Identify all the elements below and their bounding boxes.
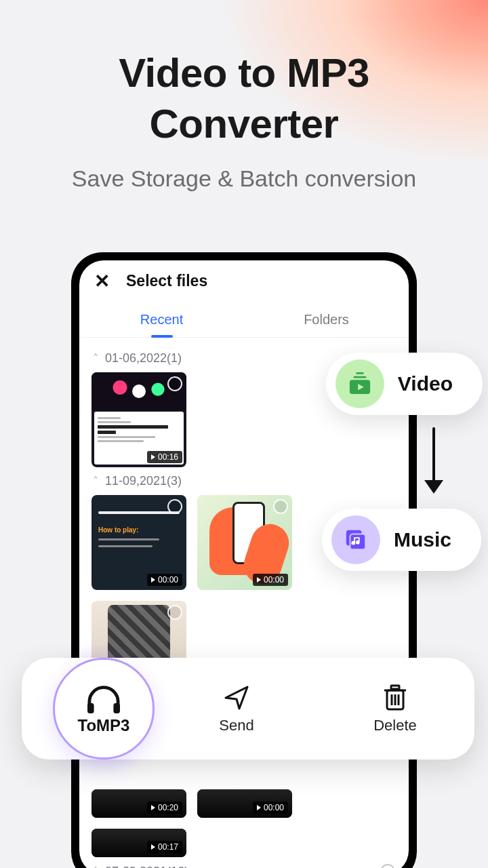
screen-title: Select files — [126, 272, 207, 290]
send-button[interactable]: Send — [157, 683, 316, 734]
play-icon — [151, 805, 155, 810]
pill-music: Music — [322, 509, 481, 571]
duration: 00:00 — [264, 575, 284, 585]
pill-music-label: Music — [394, 528, 451, 551]
svg-rect-3 — [356, 372, 363, 374]
duration: 00:20 — [158, 803, 178, 812]
close-icon[interactable]: ✕ — [94, 270, 110, 292]
tab-folders[interactable]: Folders — [244, 301, 409, 337]
hero-title-line2: Converter — [150, 101, 339, 146]
video-thumb[interactable]: 00:00 — [197, 495, 292, 590]
tomp3-label: ToMP3 — [78, 716, 130, 735]
svg-rect-11 — [391, 686, 399, 689]
group-label: 07-29,2021(16) — [105, 865, 188, 869]
hero: Video to MP3 Converter Save Storage & Ba… — [0, 0, 488, 192]
play-icon — [257, 577, 261, 583]
select-circle[interactable] — [273, 499, 288, 514]
chevron-up-icon: ˄ — [93, 475, 98, 488]
group-header[interactable]: ˄ 11-09,2021(3) — [92, 467, 396, 495]
group-select-circle[interactable] — [380, 864, 395, 868]
video-thumb[interactable]: How to play: 00:00 — [92, 495, 186, 590]
titlebar: ✕ Select files — [79, 260, 409, 301]
chevron-up-icon: ˄ — [93, 865, 98, 869]
play-icon — [151, 844, 155, 850]
trash-icon — [316, 683, 474, 713]
file-list[interactable]: ˄ 01-06,2022(1) — [79, 338, 409, 868]
video-thumb[interactable]: 00:16 — [92, 372, 186, 467]
duration-badge: 00:17 — [147, 841, 182, 853]
play-icon — [151, 577, 155, 583]
select-circle[interactable] — [167, 499, 182, 514]
duration-badge: 00:20 — [147, 802, 182, 814]
tomp3-button[interactable]: ToMP3 — [53, 658, 155, 760]
tabs: Recent Folders — [79, 301, 409, 338]
hero-title: Video to MP3 Converter — [27, 47, 461, 149]
arrow-down-icon — [420, 427, 447, 502]
pill-video: Video — [326, 353, 483, 415]
duration-badge: 00:00 — [253, 574, 288, 586]
send-icon — [157, 683, 316, 713]
duration-badge: 00:00 — [253, 802, 288, 814]
group-label: 01-06,2022(1) — [105, 351, 182, 366]
send-label: Send — [157, 717, 316, 734]
duration: 00:00 — [158, 575, 178, 585]
hero-subtitle: Save Storage & Batch conversion — [27, 165, 461, 192]
chevron-up-icon: ˄ — [93, 352, 98, 365]
duration: 00:00 — [264, 803, 284, 812]
hero-title-line1: Video to MP3 — [119, 50, 369, 96]
group-label: 11-09,2021(3) — [105, 474, 182, 488]
tab-recent[interactable]: Recent — [79, 301, 244, 337]
select-circle[interactable] — [167, 605, 182, 620]
group-header[interactable]: ˄ 07-29,2021(16) — [92, 857, 396, 868]
video-thumb[interactable]: 00:20 — [92, 789, 186, 818]
video-thumb[interactable]: 00:00 — [197, 789, 292, 818]
svg-rect-2 — [353, 376, 366, 378]
play-icon — [151, 454, 155, 460]
svg-rect-12 — [87, 703, 94, 713]
delete-label: Delete — [316, 717, 474, 734]
select-circle[interactable] — [167, 376, 182, 391]
video-icon — [336, 359, 384, 408]
headphones-icon — [83, 682, 124, 715]
pill-video-label: Video — [398, 372, 453, 395]
duration: 00:17 — [158, 842, 178, 852]
duration: 00:16 — [158, 452, 178, 462]
delete-button[interactable]: Delete — [316, 683, 474, 734]
music-icon — [331, 515, 380, 564]
svg-rect-13 — [113, 703, 120, 713]
duration-badge: 00:16 — [147, 451, 182, 463]
play-icon — [257, 805, 261, 810]
video-thumb[interactable]: 00:17 — [92, 829, 186, 857]
duration-badge: 00:00 — [147, 574, 182, 586]
